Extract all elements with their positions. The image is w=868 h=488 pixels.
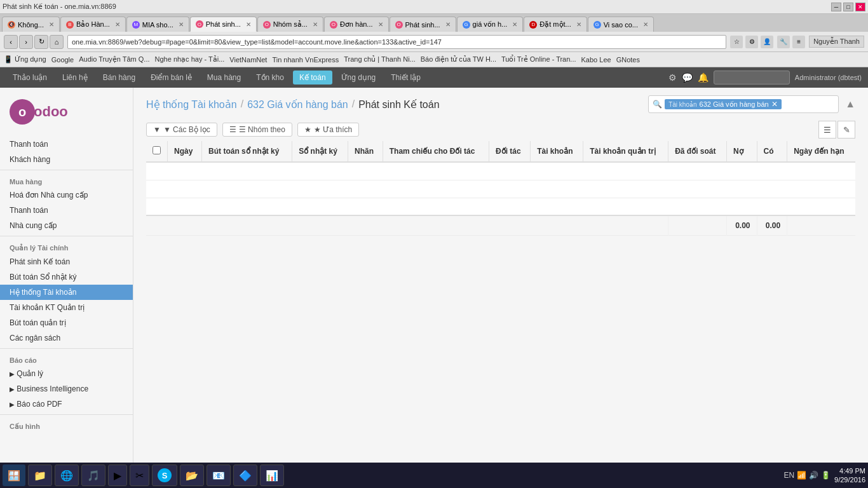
forward-button[interactable]: › (19, 35, 33, 49)
sidebar-item-quan-ly[interactable]: ▶ Quản lý (0, 366, 133, 381)
taskbar-skype[interactable]: S (152, 464, 177, 486)
start-button[interactable]: 🪟 (3, 464, 25, 486)
select-all-checkbox[interactable] (153, 146, 161, 154)
top-nav-item-thiết-lập[interactable]: Thiết lập (384, 71, 427, 85)
bookmark-item[interactable]: VietNamNet (229, 56, 267, 64)
sidebar-section-cau-hinh: Cấu hình (0, 417, 133, 433)
taskbar-excel[interactable]: 📊 (260, 464, 284, 486)
top-nav-item-ứng-dụng[interactable]: Ứng dụng (335, 71, 383, 85)
sidebar-item-but-toan-nk[interactable]: Bút toán Sổ nhật ký (0, 269, 133, 285)
browser-tab[interactable]: GVi sao co...✕ (588, 17, 654, 32)
home-button[interactable]: ⌂ (50, 35, 64, 49)
sidebar-item-phat-sinh[interactable]: Phát sinh Kế toán (0, 254, 133, 269)
scissors-icon: ✂ (135, 470, 144, 482)
group-by-button[interactable]: ☰ ☰ Nhóm theo (222, 123, 292, 137)
breadcrumb-current: Phát sinh Kế toán (358, 98, 439, 111)
browser-tab[interactable]: ONhóm sả...✕ (257, 17, 323, 32)
user-profile-icon[interactable]: 👤 (761, 36, 773, 48)
top-nav-item-điểm-bán-lẻ[interactable]: Điểm bán lẻ (144, 71, 198, 85)
favorites-button[interactable]: ★ ★ Ưa thích (297, 123, 359, 137)
table-row (146, 162, 855, 180)
bookmark-item[interactable]: Tuổi Trẻ Online - Tran... (501, 55, 576, 64)
sidebar-item-hoa-don[interactable]: Hoá đơn Nhà cung cấp (0, 187, 133, 203)
bookmark-item[interactable]: Tin nhanh VnExpress (272, 56, 339, 64)
sidebar-item-bi[interactable]: ▶ Business Intelligence (0, 381, 133, 396)
title-bar-text: Phát sinh Kế toán - one.mia.vn:8869 (3, 3, 116, 11)
browser-tab[interactable]: 🔇Không...✕ (2, 17, 60, 32)
url-bar[interactable]: one.mia.vn:8869/web?debug=#page=0&limit=… (67, 35, 726, 49)
top-nav-item-mua-hàng[interactable]: Mua hàng (201, 71, 247, 85)
close-button[interactable]: ✕ (855, 3, 865, 11)
taskbar-folder[interactable]: 📂 (180, 464, 204, 486)
filter-button[interactable]: ▼ ▼ Các Bộ lọc (146, 123, 217, 137)
browser-tab[interactable]: Ggiá vốn h...✕ (457, 17, 524, 32)
bookmark-item[interactable]: GNotes (616, 56, 640, 64)
top-nav-item-thảo-luận[interactable]: Thảo luận (6, 71, 53, 85)
top-nav-item-kế-toán[interactable]: Kế toán (293, 71, 332, 85)
taskbar-video[interactable]: ▶ (108, 464, 127, 486)
bell-icon[interactable]: 🔔 (698, 72, 709, 83)
sidebar-item-he-thong-tk[interactable]: Hệ thống Tài khoản (0, 285, 133, 300)
bookmark-item[interactable]: Google (51, 56, 74, 64)
browser-tab[interactable]: DĐặt một...✕ (524, 17, 587, 32)
browser-tab[interactable]: OPhát sinh...✕ (390, 17, 456, 32)
breadcrumb: Hệ thống Tài khoản / 632 Giá vốn hàng bá… (146, 98, 440, 111)
breadcrumb-link-1[interactable]: Hệ thống Tài khoản (146, 98, 237, 111)
bookmark-apps[interactable]: 📱 Ứng dụng (4, 55, 46, 64)
search-tag-close[interactable]: ✕ (771, 100, 778, 109)
sidebar-item-bao-cao-pdf[interactable]: ▶ Báo cáo PDF (0, 396, 133, 412)
search-collapse-icon[interactable]: ▲ (845, 98, 855, 110)
browser-tab[interactable]: OPhát sinh...✕ (190, 17, 257, 32)
settings-cog-icon[interactable]: ⚙ (668, 72, 677, 83)
search-input[interactable] (782, 100, 832, 109)
taskbar-cut[interactable]: ✂ (130, 464, 149, 486)
filter-btn-label: ▼ Các Bộ lọc (163, 125, 210, 134)
settings-icon[interactable]: ⚙ (745, 36, 758, 48)
bookmark-item[interactable]: Kabo Lee (581, 56, 611, 64)
sidebar-item-but-toan-qt[interactable]: Bút toán quản trị (0, 315, 133, 330)
top-nav-item-bán-hàng[interactable]: Bán hàng (97, 71, 142, 85)
back-button[interactable]: ‹ (4, 35, 18, 49)
sidebar-item-tk-qt[interactable]: Tài khoản KT Quản trị (0, 300, 133, 315)
breadcrumb-link-2[interactable]: 632 Giá vốn hàng bán (247, 98, 348, 111)
skype-icon: S (158, 468, 172, 482)
taskbar-media-player[interactable]: 🎵 (81, 464, 105, 486)
top-search-input[interactable] (714, 71, 790, 85)
taskbar-file-manager[interactable]: 📁 (28, 464, 52, 486)
browser-user-name: Nguyễn Thanh (809, 36, 864, 48)
bookmark-star-icon[interactable]: ☆ (730, 36, 743, 48)
sidebar-item-thanh-toan-1[interactable]: Thanh toán (0, 137, 133, 152)
browser-tab[interactable]: BBảo Hàn...✕ (60, 17, 126, 32)
top-nav-item-liên-hệ[interactable]: Liên hệ (56, 71, 94, 85)
top-navigation: Thảo luậnLiên hệBán hàngĐiểm bán lẻMua h… (0, 67, 868, 88)
top-nav-item-tồn-kho[interactable]: Tồn kho (250, 71, 290, 85)
volume-icon: 🔊 (809, 471, 818, 480)
bookmark-item[interactable]: Trang chủ | Thanh Ni... (344, 55, 416, 64)
sidebar-item-khach-hang[interactable]: Khách hàng (0, 152, 133, 167)
taskbar-outlook[interactable]: 📧 (207, 464, 231, 486)
chat-icon[interactable]: 💬 (682, 72, 693, 83)
browser-tab[interactable]: OĐơn hàn...✕ (324, 17, 389, 32)
menu-icon[interactable]: ≡ (792, 36, 805, 48)
lang-indicator: EN (783, 471, 794, 480)
chrome-icon: 🌐 (60, 470, 73, 482)
reload-button[interactable]: ↻ (34, 35, 48, 49)
browser-tab[interactable]: MMIA sho...✕ (126, 17, 189, 32)
taskbar-chrome[interactable]: 🌐 (55, 464, 79, 486)
bookmark-item[interactable]: Nghe nhạc hay - Tải... (155, 55, 225, 64)
list-view-button[interactable]: ☰ (818, 121, 836, 139)
sidebar-item-nha-cung-cap[interactable]: Nhà cung cấp (0, 218, 133, 233)
col-doi-tac: Đối tác (489, 141, 531, 162)
minimize-button[interactable]: ─ (831, 3, 841, 11)
sidebar-item-thanh-toan-2[interactable]: Thanh toán (0, 203, 133, 218)
maximize-button[interactable]: □ (843, 3, 853, 11)
windows-icon: 🪟 (8, 470, 20, 482)
extensions-icon[interactable]: 🔧 (777, 36, 790, 48)
taskbar-app1[interactable]: 🔷 (233, 464, 257, 486)
group-btn-label: ☰ Nhóm theo (239, 125, 285, 134)
form-view-button[interactable]: ✎ (837, 121, 855, 139)
search-box[interactable]: 🔍 Tài khoản 632 Giá vốn hàng bán ✕ (648, 95, 839, 113)
sidebar-item-ngan-sach[interactable]: Các ngân sách (0, 330, 133, 346)
bookmark-item[interactable]: Audio Truyện Tâm Q... (79, 55, 149, 64)
bookmark-item[interactable]: Báo điện tử của TW H... (421, 55, 496, 64)
